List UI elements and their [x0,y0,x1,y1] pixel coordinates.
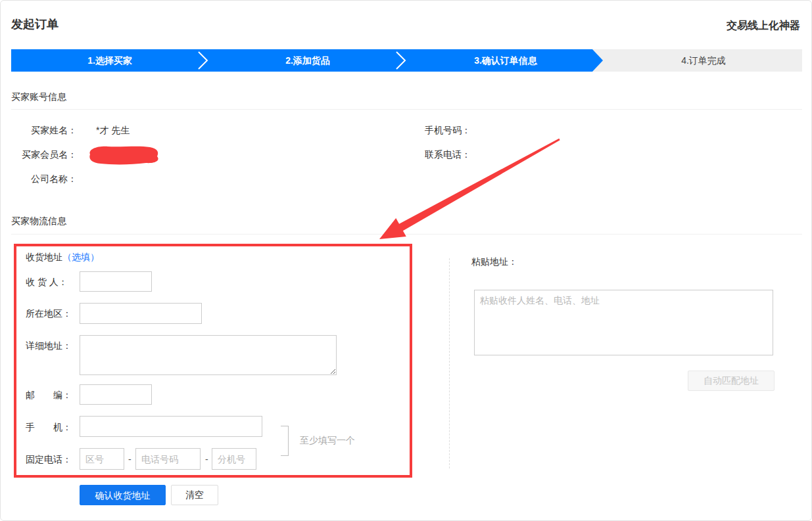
mobile-input[interactable] [80,416,262,437]
step-progress-bar: 1.选择买家 2.添加货品 3.确认订单信息 4.订单完成 [11,49,802,72]
contact-phone-label: 联系电话： [425,149,471,161]
optional-fill-link[interactable]: （选填） [62,252,99,262]
detail-address-textarea[interactable] [80,335,337,375]
account-section-title: 买家账号信息 [11,91,66,103]
chevron-right-icon [395,51,407,70]
chevron-right-icon [197,51,209,70]
vertical-dashed-divider [449,258,450,468]
phone-number-input[interactable] [135,448,201,470]
area-code-input[interactable] [80,448,124,470]
step-3-confirm-order: 3.确认订单信息 [407,49,604,72]
step-4-order-done: 4.订单完成 [605,49,802,72]
step-2-add-goods: 2.添加货品 [209,49,406,72]
member-name-label: 买家会员名： [11,149,77,161]
confirm-address-button[interactable]: 确认收货地址 [80,485,166,505]
section-divider [11,109,802,110]
redaction-scribble [89,147,158,165]
section-divider [11,234,802,235]
page-title: 发起订单 [11,16,59,32]
buyer-name-value: *才 先生 [96,125,130,137]
company-name-label: 公司名称： [11,173,77,185]
order-create-page: 发起订单 交易线上化神器 1.选择买家 2.添加货品 3.确认订单信息 4.订单… [0,0,812,521]
receiver-input[interactable] [80,271,152,292]
at-least-one-bracket [281,426,289,456]
shipping-address-heading: 收货地址（选填） [26,252,99,263]
buyer-name-label: 买家姓名： [11,125,77,137]
region-input[interactable] [80,303,202,324]
logistics-section-title: 买家物流信息 [11,215,66,227]
extension-input[interactable] [212,448,256,470]
shipping-address-heading-text: 收货地址 [26,252,62,262]
paste-address-textarea[interactable] [474,290,773,355]
landline-label: 固定电话： [26,454,72,466]
region-label: 所在地区： [26,308,72,320]
dash-separator: - [128,454,131,464]
auto-match-address-button[interactable]: 自动匹配地址 [688,371,775,391]
mobile-number-label: 手机号码： [425,125,471,137]
annotation-overlay [1,1,812,521]
at-least-one-hint: 至少填写一个 [300,435,355,447]
paste-address-label: 粘贴地址： [471,256,517,268]
dash-separator: - [205,454,208,464]
mobile-label: 手 机： [26,422,72,434]
zip-code-input[interactable] [80,384,152,405]
zip-code-label: 邮 编： [26,390,72,401]
detail-address-label: 详细地址： [26,340,72,352]
clear-button[interactable]: 清空 [171,485,218,505]
receiver-label: 收 货 人： [26,277,68,288]
step-1-select-buyer: 1.选择买家 [11,49,208,72]
header-badge: 交易线上化神器 [727,19,800,33]
